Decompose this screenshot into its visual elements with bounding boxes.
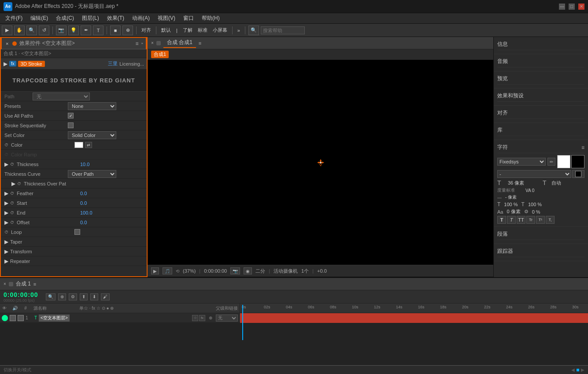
thickness-curve-dropdown[interactable]: Over Path Linear — [68, 170, 116, 178]
status-audio-btn[interactable]: 🎵 — [163, 267, 172, 274]
canvas-tab-menu[interactable]: ≡ — [199, 41, 201, 46]
menu-animation[interactable]: 动画(A) — [129, 14, 153, 23]
layer-timeline-bar[interactable] — [240, 313, 588, 323]
caps-button[interactable]: TT — [517, 216, 525, 224]
toolbar-shape[interactable]: ■ — [110, 26, 121, 35]
timeline-close-icon[interactable]: × — [4, 281, 6, 286]
fill-color-box[interactable] — [557, 155, 570, 168]
font-transform-val2[interactable]: 100 % — [528, 202, 542, 207]
layer-name[interactable]: <空文本图层> — [39, 315, 70, 322]
layer-parent-dropdown[interactable]: 无 — [216, 315, 238, 322]
font-pen-icon[interactable]: ✏ — [547, 158, 555, 166]
spacing-value[interactable]: - 像素 — [505, 194, 517, 200]
menu-file[interactable]: 文件(F) — [2, 14, 26, 23]
super-button[interactable]: T¹ — [536, 216, 545, 224]
thickness-expand[interactable]: ▶ — [4, 161, 8, 167]
toggle-switch-label[interactable]: 切换开关/模式 — [4, 367, 31, 373]
menu-help[interactable]: 帮助(H) — [198, 14, 223, 23]
offset-expand[interactable]: ▶ — [4, 219, 8, 226]
set-color-dropdown[interactable]: Solid Color Color Ramp — [68, 131, 116, 139]
stroke-color-box[interactable] — [571, 155, 584, 168]
menu-effect[interactable]: 效果(T) — [104, 14, 128, 23]
layer-solo-button[interactable] — [18, 315, 24, 321]
menu-composition[interactable]: 合成(C) — [52, 14, 78, 23]
end-value[interactable]: 100.0 — [80, 210, 143, 215]
menu-view[interactable]: 视图(V) — [154, 14, 179, 23]
toolbar-light[interactable]: 💡 — [68, 26, 79, 35]
font-pixel-val[interactable]: 0 像素 — [507, 208, 520, 215]
menu-window[interactable]: 窗口 — [180, 14, 197, 23]
tracking-value[interactable]: VA 0 — [525, 188, 534, 193]
status-bg-btn[interactable]: ◉ — [244, 267, 252, 274]
status-render-btn[interactable]: ▶ — [151, 267, 159, 274]
effect-name-badge[interactable]: 3D Stroke — [18, 61, 45, 67]
panel-close-button[interactable]: × — [4, 41, 10, 47]
menu-layer[interactable]: 图层(L) — [78, 14, 103, 23]
timeline-search-btn[interactable]: 🔍 — [46, 293, 55, 300]
close-button[interactable]: ✕ — [578, 4, 584, 10]
panel-menu-icon[interactable]: ≡ — [136, 41, 139, 47]
search-input[interactable] — [261, 26, 305, 34]
reset-button[interactable]: 三里 — [108, 60, 118, 67]
font-transform-val1[interactable]: 100 % — [504, 202, 518, 207]
transform-group-row[interactable]: ▶ Transform — [1, 247, 147, 256]
use-all-paths-checkbox[interactable] — [68, 113, 74, 118]
smallcaps-button[interactable]: Tr — [526, 216, 535, 224]
sub-button[interactable]: T, — [546, 216, 555, 224]
time-display[interactable]: 0:00:00:00 — [4, 291, 38, 298]
timeline-menu[interactable]: ≡ — [33, 281, 36, 287]
repeater-group-row[interactable]: ▶ Repeater — [1, 256, 147, 266]
color-link-button[interactable]: ⇄ — [85, 142, 92, 148]
transform-expand[interactable]: ▶ — [4, 248, 8, 255]
presets-dropdown[interactable]: None — [68, 102, 116, 110]
toolbar-puppet[interactable]: ⊕ — [122, 26, 133, 35]
italic-button[interactable]: T — [507, 216, 516, 224]
feather-value[interactable]: 0.0 — [80, 191, 143, 196]
layer-switch-1[interactable]: ☆ — [192, 315, 198, 321]
bottom-arrow-right[interactable]: ▶ — [581, 367, 584, 372]
bold-button[interactable]: T — [497, 216, 506, 224]
maximize-button[interactable]: □ — [569, 4, 575, 10]
feather-expand[interactable]: ▶ — [4, 190, 8, 196]
licensing-button[interactable]: Licensing... — [119, 61, 144, 67]
status-snapshot-btn[interactable]: 📷 — [230, 267, 240, 274]
playhead[interactable] — [242, 305, 243, 340]
taper-group-row[interactable]: ▶ Taper — [1, 237, 147, 247]
canvas-tab-comp[interactable]: 合成 合成1 — [163, 38, 196, 48]
start-expand[interactable]: ▶ — [4, 200, 8, 206]
toolbar-pen[interactable]: ✒ — [81, 26, 91, 35]
layer-switch-fx[interactable]: fx — [199, 315, 205, 321]
timeline-import-btn[interactable]: ⬇ — [90, 293, 98, 300]
font-size-value[interactable]: 36 像素 — [508, 180, 541, 186]
font-auto-value[interactable]: 自动 — [551, 180, 584, 186]
canvas-close-icon[interactable]: × — [151, 41, 154, 45]
timeline-settings-btn[interactable]: ⚙ — [69, 293, 77, 300]
toolbar-overflow[interactable]: » — [236, 28, 242, 33]
font-color-indicator[interactable] — [572, 170, 584, 178]
character-menu-icon[interactable]: ≡ — [581, 144, 584, 151]
toolbar-mode-standard[interactable]: 标准 — [196, 27, 209, 33]
panel-expand-icon[interactable]: » — [141, 41, 143, 45]
color-swatch[interactable] — [74, 142, 83, 148]
toolbar-mode-learn[interactable]: 了解 — [181, 27, 194, 33]
timeline-paint-btn[interactable]: 🖌 — [101, 293, 110, 300]
font-style-dropdown[interactable]: - — [497, 170, 571, 178]
toolbar-text[interactable]: T — [93, 26, 104, 35]
toolbar-camera[interactable]: 📷 — [56, 26, 67, 35]
toolbar-hand[interactable]: ✋ — [14, 26, 25, 35]
repeater-expand[interactable]: ▶ — [4, 258, 8, 264]
timeline-add-btn[interactable]: ⊕ — [58, 293, 66, 300]
start-value[interactable]: 0.0 — [80, 200, 143, 206]
toolbar-mode-small[interactable]: 小屏幕 — [211, 27, 229, 33]
toolbar-rotate[interactable]: ↺ — [39, 26, 49, 35]
minimize-button[interactable]: — — [559, 4, 565, 10]
end-expand[interactable]: ▶ — [4, 210, 8, 216]
thickness-over-pat-expand[interactable]: ▶ — [11, 181, 15, 187]
toolbar-search-btn[interactable]: 🔍 — [248, 26, 259, 35]
font-percent-val[interactable]: 0 % — [532, 209, 540, 215]
effect-expand-arrow[interactable]: ▶ — [4, 61, 7, 67]
layer-visibility-button[interactable] — [2, 315, 8, 321]
thickness-value[interactable]: 10.0 — [80, 162, 143, 167]
menu-edit[interactable]: 编辑(E) — [27, 14, 52, 23]
toolbar-zoom[interactable]: 🔍 — [26, 26, 37, 35]
